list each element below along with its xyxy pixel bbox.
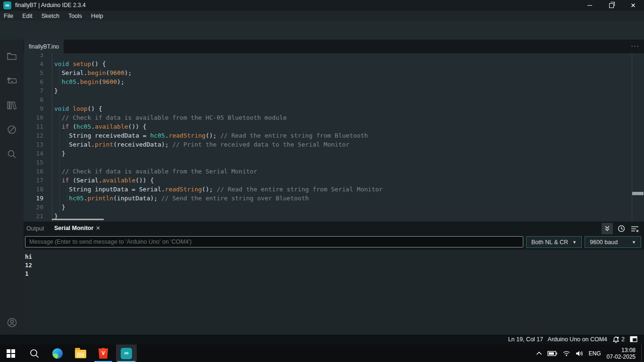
- line-number: 3: [24, 53, 43, 59]
- line-number: 19: [24, 194, 43, 203]
- debug-disabled-icon: [7, 124, 17, 135]
- speaker-icon: [576, 350, 584, 357]
- serial-output-line: 12: [25, 261, 32, 270]
- taskbar-edge[interactable]: [47, 345, 68, 362]
- restore-icon: [609, 3, 614, 8]
- line-number: 7: [24, 86, 43, 95]
- line-number: 9: [24, 104, 43, 113]
- code-line[interactable]: 21}: [24, 212, 644, 221]
- code-text: void setup() {: [54, 59, 106, 68]
- code-line[interactable]: 20 }: [24, 203, 644, 212]
- code-line[interactable]: 17 if (Serial.available()) {: [24, 176, 644, 185]
- code-editor[interactable]: 34void setup() {5 Serial.begin(9600);6 h…: [24, 53, 644, 222]
- code-line[interactable]: 13 Serial.print(receivedData); // Print …: [24, 140, 644, 149]
- code-line[interactable]: 8: [24, 95, 644, 104]
- more-actions-icon[interactable]: ···: [631, 41, 639, 49]
- tray-expand-button[interactable]: [536, 351, 542, 355]
- menu-tools[interactable]: Tools: [68, 13, 82, 19]
- menu-help[interactable]: Help: [91, 13, 103, 19]
- taskbar-file-explorer[interactable]: [70, 345, 91, 362]
- menu-sketch[interactable]: Sketch: [41, 13, 59, 19]
- tab-finallybt-ino[interactable]: finallyBT.ino: [24, 40, 64, 53]
- bell-icon: [612, 336, 619, 343]
- code-line[interactable]: 3: [24, 53, 644, 59]
- tab-output[interactable]: Output: [26, 225, 44, 232]
- chevron-down-icon: ▼: [572, 240, 577, 245]
- code-text: hc05.begin(9600);: [54, 77, 124, 86]
- code-text: hc05.println(inputData); // Send the ent…: [54, 194, 309, 203]
- serial-output[interactable]: hi121: [25, 253, 32, 278]
- double-chevron-down-icon: [604, 225, 611, 232]
- toggle-panel-button[interactable]: [630, 336, 637, 342]
- notification-count: 2: [621, 336, 625, 343]
- code-line[interactable]: 12 String receivedData = hc05.readString…: [24, 131, 644, 140]
- title-bar: ∞ finallyBT | Arduino IDE 2.3.4 ✕: [0, 0, 644, 11]
- horizontal-scrollbar[interactable]: [52, 219, 104, 220]
- code-text: if (hc05.available()) {: [54, 122, 147, 131]
- code-line[interactable]: 14 }: [24, 149, 644, 158]
- code-line[interactable]: 4void setup() {: [24, 59, 644, 68]
- taskbar-search-button[interactable]: [24, 345, 45, 362]
- code-line[interactable]: 18 String inputData = Serial.readString(…: [24, 185, 644, 194]
- bottom-panel: Output Serial Monitor ✕: [24, 222, 644, 335]
- notifications-button[interactable]: [612, 336, 619, 343]
- sidebar-item-account[interactable]: [6, 317, 17, 328]
- close-tab-icon[interactable]: ✕: [96, 225, 100, 231]
- code-line[interactable]: 11 if (hc05.available()) {: [24, 122, 644, 131]
- scrollbar-divider: [632, 53, 632, 222]
- cursor-position[interactable]: Ln 19, Col 17: [508, 336, 543, 343]
- minimize-icon: [587, 5, 592, 6]
- volume-indicator[interactable]: [576, 350, 584, 357]
- code-line[interactable]: 7}: [24, 86, 644, 95]
- vertical-scrollbar[interactable]: [632, 192, 644, 195]
- wifi-icon: [562, 350, 570, 356]
- clock[interactable]: 13:08 07-02-2025: [607, 347, 636, 360]
- activity-sidebar: [0, 40, 24, 335]
- sidebar-item-debug[interactable]: [6, 124, 17, 135]
- code-line[interactable]: 9void loop() {: [24, 104, 644, 113]
- line-number: 17: [24, 176, 43, 185]
- menu-bar: FileEditSketchToolsHelp: [0, 11, 644, 21]
- line-number: 8: [24, 95, 43, 104]
- collapse-panel-button[interactable]: [602, 223, 613, 234]
- line-ending-select[interactable]: Both NL & CR ▼: [526, 236, 582, 248]
- sidebar-item-library-manager[interactable]: [6, 99, 17, 111]
- board-icon: [7, 75, 17, 86]
- menu-edit[interactable]: Edit: [22, 13, 33, 19]
- code-line[interactable]: 19 hc05.println(inputData); // Send the …: [24, 194, 644, 203]
- sidebar-item-sketchbook[interactable]: [6, 50, 17, 62]
- sidebar-item-boards-manager[interactable]: [6, 75, 17, 86]
- menu-file[interactable]: File: [4, 13, 13, 19]
- tab-serial-monitor[interactable]: Serial Monitor: [54, 225, 93, 231]
- network-indicator[interactable]: [562, 350, 570, 356]
- taskbar-arduino-ide[interactable]: ∞: [116, 345, 137, 362]
- close-button[interactable]: ✕: [622, 0, 644, 11]
- start-button[interactable]: [0, 345, 21, 362]
- language-indicator[interactable]: ENG: [589, 350, 601, 357]
- baud-rate-value: 9600 baud: [590, 239, 618, 246]
- clear-output-icon: [631, 225, 639, 232]
- battery-indicator[interactable]: [547, 351, 557, 356]
- board-port-status[interactable]: Arduino Uno on COM4: [548, 336, 607, 343]
- code-line[interactable]: 10 // Check if data is available from th…: [24, 113, 644, 122]
- restore-button[interactable]: [601, 0, 622, 11]
- serial-message-input[interactable]: [25, 236, 523, 247]
- taskbar-brave[interactable]: V: [93, 345, 114, 362]
- edge-icon: [52, 348, 63, 359]
- code-line[interactable]: 6 hc05.begin(9600);: [24, 77, 644, 86]
- battery-icon: [547, 351, 557, 356]
- baud-rate-select[interactable]: 9600 baud ▼: [585, 236, 641, 248]
- line-number: 16: [24, 167, 43, 176]
- search-icon: [29, 348, 40, 359]
- code-lines: 34void setup() {5 Serial.begin(9600);6 h…: [24, 53, 644, 221]
- timestamp-toggle-button[interactable]: [616, 223, 627, 234]
- code-line[interactable]: 5 Serial.begin(9600);: [24, 68, 644, 77]
- window-title: finallyBT | Arduino IDE 2.3.4: [15, 2, 86, 8]
- code-line[interactable]: 15: [24, 158, 644, 167]
- clear-output-button[interactable]: [629, 223, 640, 234]
- sidebar-item-search[interactable]: [6, 148, 17, 160]
- minimize-button[interactable]: [579, 0, 601, 11]
- line-number: 20: [24, 203, 43, 212]
- code-line[interactable]: 16 // Check if data is available from th…: [24, 167, 644, 176]
- show-desktop-button[interactable]: [641, 345, 644, 362]
